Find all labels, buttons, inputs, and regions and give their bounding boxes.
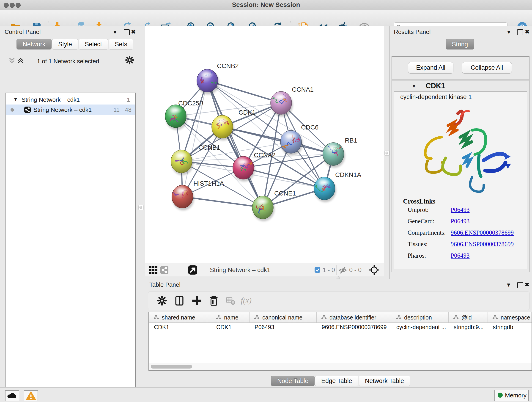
network-canvas[interactable]: CCNB2CCNA1CDC25BCDK1CDC6RB1CCNB1CCNA2CDK…	[145, 26, 384, 263]
node-label-CDC25B: CDC25B	[178, 100, 203, 107]
column-header-namespace[interactable]: namespace	[488, 313, 532, 322]
cloud-button[interactable]	[5, 390, 19, 401]
memory-status-dot	[498, 393, 503, 398]
table-cell[interactable]: cyclin-dependent ...	[391, 322, 449, 332]
column-header-description[interactable]: description	[391, 313, 449, 322]
network-tree: ▼ String Network – cdk1 1 String Network…	[6, 93, 136, 402]
node-label-CCNB2: CCNB2	[217, 62, 239, 70]
close-panel-icon[interactable]: ✖	[525, 281, 529, 288]
tab-node-table[interactable]: Node Table	[271, 376, 315, 386]
table-cell[interactable]: stringdb	[488, 322, 532, 332]
collapse-all-button[interactable]: Collapse All	[462, 62, 512, 74]
table-row[interactable]: CDK1CDK1P064939606.ENSP00000378699cyclin…	[149, 322, 532, 332]
network-collection-row[interactable]: ▼ String Network – cdk1 1	[6, 95, 135, 104]
network-share-view-icon[interactable]	[160, 266, 169, 275]
tab-sets[interactable]: Sets	[109, 39, 133, 50]
gene-result-box: ▼ CDK1 cyclin-dependent kinase 1	[392, 80, 530, 272]
node-label-CDK1: CDK1	[239, 109, 256, 116]
float-panel-icon[interactable]: ▼	[506, 29, 512, 35]
edge-HIST1H1A-CCNE1[interactable]	[182, 197, 263, 207]
gene-collapse-icon[interactable]: ▼	[412, 83, 417, 89]
tab-edge-table[interactable]: Edge Table	[315, 376, 358, 386]
node-CDC6[interactable]: CDC6	[280, 124, 318, 156]
float-panel-icon[interactable]: ▼	[112, 29, 118, 35]
delete-table-icon[interactable]	[226, 296, 236, 306]
results-panel-tabs: String	[446, 39, 475, 50]
close-panel-icon[interactable]: ✖	[131, 29, 136, 35]
results-actions-box: Expand All Collapse All	[392, 56, 530, 80]
crosslink-label: Uniprot:	[408, 206, 429, 213]
crosslink-label: Compartments:	[408, 229, 446, 236]
application-window: Session: New Session	[0, 0, 532, 402]
grid-view-icon[interactable]	[149, 266, 158, 275]
table-cell[interactable]: CDK1	[211, 322, 249, 332]
add-column-icon[interactable]	[192, 296, 202, 306]
table-cell[interactable]: P06493	[249, 322, 317, 332]
column-header-shared-name[interactable]: shared name	[149, 313, 211, 322]
network-row-selected[interactable]: String Network – cdk1 11 48	[6, 104, 135, 115]
node-RB1[interactable]: RB1	[323, 137, 357, 168]
tab-style[interactable]: Style	[52, 39, 78, 50]
tab-string[interactable]: String	[446, 39, 474, 50]
tab-network[interactable]: Network	[17, 39, 51, 50]
node-CCNE1[interactable]: CCNE1	[252, 190, 296, 221]
node-CDKN1A[interactable]: CDKN1A	[314, 171, 361, 202]
birdseye-crosshair-icon[interactable]	[369, 265, 380, 276]
node-HIST1H1A[interactable]: HIST1H1A	[172, 180, 224, 211]
hidden-eye-icon[interactable]	[339, 266, 347, 275]
float-panel-icon[interactable]: ▼	[506, 282, 511, 288]
table-horizontal-scrollbar[interactable]	[149, 363, 532, 370]
tab-network-table[interactable]: Network Table	[359, 376, 410, 386]
node-CCNA1[interactable]: CCNA1	[271, 86, 314, 117]
maximize-panel-icon[interactable]	[124, 29, 130, 35]
function-builder-icon[interactable]: f(x)	[241, 296, 252, 305]
results-panel-splitter[interactable]	[384, 26, 389, 276]
table-settings-gear-icon[interactable]	[157, 296, 167, 306]
crosslink-row: Compartments:9606.ENSP00000378699	[394, 229, 527, 241]
warning-icon	[24, 391, 38, 401]
tree-expander-icon[interactable]: ▼	[13, 97, 18, 102]
network-collection-label: String Network – cdk1	[22, 96, 80, 103]
crosslink-link[interactable]: P06493	[451, 252, 470, 259]
edge-CCNB2-HIST1H1A[interactable]	[182, 81, 207, 197]
gene-detail-box: cyclin-dependent kinase 1	[394, 91, 527, 269]
table-cell[interactable]: 9606.ENSP00000378699	[317, 322, 391, 332]
memory-button[interactable]: Memory	[494, 390, 529, 401]
hidden-count: 0 - 0	[349, 267, 361, 274]
table-cell[interactable]: CDK1	[149, 322, 211, 332]
node-label-CDKN1A: CDKN1A	[335, 171, 361, 178]
control-panel-splitter[interactable]	[136, 26, 145, 387]
delete-column-trash-icon[interactable]	[209, 296, 219, 306]
column-header-database-identifier[interactable]: database identifier	[317, 313, 391, 322]
maximize-panel-icon[interactable]	[517, 282, 523, 288]
open-in-window-icon[interactable]	[188, 265, 197, 276]
column-header-name[interactable]: name	[211, 313, 249, 322]
crosslink-link[interactable]: P06493	[451, 218, 470, 225]
node-CCNA2[interactable]: CCNA2	[233, 152, 276, 182]
node-label-CDC6: CDC6	[301, 124, 318, 131]
column-header-canonical-name[interactable]: canonical name	[249, 313, 317, 322]
tab-select[interactable]: Select	[79, 39, 108, 50]
window-title: Session: New Session	[0, 0, 532, 10]
node-CCNB2[interactable]: CCNB2	[197, 62, 239, 95]
expand-all-button[interactable]: Expand All	[408, 62, 453, 74]
network-type-icon	[24, 107, 31, 113]
maximize-panel-icon[interactable]	[517, 29, 523, 35]
string-network-graph[interactable]: CCNB2CCNA1CDC25BCDK1CDC6RB1CCNB1CCNA2CDK…	[145, 26, 384, 263]
crosslink-link[interactable]: P06493	[451, 206, 470, 213]
crosslink-label: Pharos:	[408, 252, 426, 259]
crosslink-link[interactable]: 9606.ENSP00000378699	[451, 229, 514, 236]
show-columns-icon[interactable]	[174, 296, 184, 306]
table-cell[interactable]: stringdb:9...	[449, 322, 488, 332]
toolbar-divider	[366, 265, 366, 275]
network-options-gear-icon[interactable]	[125, 56, 134, 65]
column-header--id[interactable]: @id	[449, 313, 488, 322]
warnings-button[interactable]	[24, 390, 38, 401]
crosslink-link[interactable]: 9606.ENSP00000378699	[451, 241, 514, 248]
network-view-toolbar: String Network – cdk1 1 - 0 0 - 0	[145, 263, 384, 277]
selected-count: 1 - 0	[323, 267, 335, 274]
selected-checkbox-icon[interactable]	[314, 267, 321, 274]
scrollbar-thumb[interactable]	[151, 365, 192, 369]
memory-label: Memory	[505, 392, 526, 399]
close-panel-icon[interactable]: ✖	[525, 29, 530, 35]
